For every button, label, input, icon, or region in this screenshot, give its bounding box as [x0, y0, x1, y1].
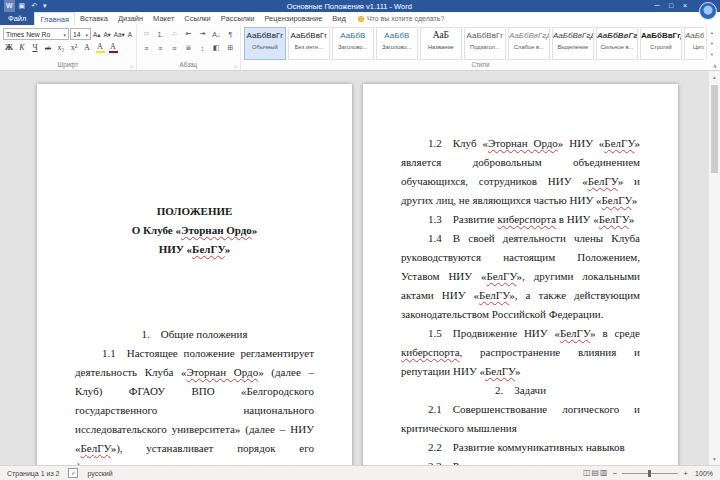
tab-file[interactable]: Файл — [0, 12, 34, 25]
bullet-list-button[interactable]: ∷ — [140, 28, 153, 41]
misspelled-word: киберспорта — [401, 346, 460, 358]
minimize-button[interactable]: ─ — [650, 0, 664, 12]
underline-button[interactable]: Ч — [29, 42, 41, 55]
misspelled-word: Эторнан Ордо — [488, 137, 558, 149]
bold-button[interactable]: Ж — [3, 42, 15, 55]
paragraph: 1.2 Клуб «Эторнан Ордо» НИУ «БелГУ» явля… — [401, 134, 640, 210]
glyph: ▾ — [43, 2, 47, 9]
account-avatar[interactable] — [699, 2, 717, 20]
print-layout-button[interactable]: ▤ — [592, 468, 600, 478]
zoom-in-button[interactable]: + — [683, 469, 688, 478]
subscript-button[interactable]: x₂ — [55, 42, 67, 55]
language-indicator[interactable]: русский — [87, 470, 112, 477]
scroll-up-icon[interactable]: ▴ — [709, 71, 720, 83]
strikethrough-button[interactable]: ab — [42, 42, 54, 55]
style-card[interactable]: АаБбВЗаголово... — [332, 27, 374, 60]
style-card[interactable]: АаБбВвГгПодзагол... — [464, 27, 506, 60]
spellcheck-icon[interactable]: ✓ — [68, 468, 78, 478]
align-center-button[interactable]: ≡ — [154, 42, 167, 55]
maximize-button[interactable]: □ — [664, 0, 678, 12]
paragraph: 1. Общие положения — [75, 325, 314, 344]
style-card[interactable]: АаБбВвГгДСлабое в... — [508, 27, 550, 60]
zoom-level[interactable]: 100% — [693, 470, 713, 477]
save-icon[interactable]: ▣ — [17, 0, 28, 12]
scrollbar-thumb[interactable] — [711, 85, 718, 173]
sort-button[interactable]: А↓ — [210, 28, 223, 41]
style-card[interactable]: АаБбВвГгБез инте... — [288, 27, 330, 60]
page-1[interactable]: ПОЛОЖЕНИЕО Клубе «Эторнан Ордо»НИУ «БелГ… — [37, 84, 352, 465]
multilevel-list-button[interactable]: ∴ — [168, 28, 181, 41]
scroll-down-icon[interactable]: ▾ — [709, 453, 720, 465]
tab-рассылки[interactable]: Рассылки — [216, 12, 260, 25]
borders-button[interactable]: ⊞ — [224, 42, 237, 55]
ribbon-tab-row: Файл ГлавнаяВставкаДизайнМакетСсылкиРасс… — [0, 12, 720, 25]
paragraph-dialog-launcher-icon[interactable]: ⌟ — [234, 63, 237, 68]
tab-макет[interactable]: Макет — [148, 12, 179, 25]
italic-button[interactable]: К — [16, 42, 28, 55]
glyph: □ — [669, 2, 673, 9]
glyph: А▾ — [103, 31, 110, 38]
misspelled-word: Эторнан Ордо — [181, 224, 252, 236]
gallery-up-icon[interactable]: ▴ — [707, 27, 717, 38]
text-run: » НИУ « — [558, 137, 605, 149]
close-button[interactable]: × — [678, 0, 692, 12]
vertical-scrollbar[interactable]: ▴ ▾ — [708, 71, 720, 465]
align-left-button[interactable]: ≡ — [140, 42, 153, 55]
style-card[interactable]: АаБбВвГгДСильное в... — [596, 27, 638, 60]
superscript-button[interactable]: x² — [68, 42, 80, 55]
tab-рецензирование[interactable]: Рецензирование — [259, 12, 327, 25]
change-case-button[interactable]: Аа▾ — [113, 28, 126, 40]
page-2[interactable]: 1.2 Клуб «Эторнан Ордо» НИУ «БелГУ» явля… — [363, 84, 678, 465]
collapse-ribbon-icon[interactable]: ∧ — [713, 62, 717, 69]
tab-ссылки[interactable]: Ссылки — [179, 12, 215, 25]
read-mode-button[interactable]: ◫ — [583, 468, 591, 478]
clear-formatting-button[interactable]: А — [127, 28, 133, 40]
gallery-more-icon[interactable]: ▾ — [707, 49, 717, 60]
grow-font-button[interactable]: А▴ — [92, 28, 101, 40]
tab-вид[interactable]: Вид — [327, 12, 351, 25]
zoom-out-button[interactable]: − — [613, 469, 618, 478]
chevron-down-icon — [61, 31, 66, 38]
style-card[interactable]: АаБбВЗаголово... — [376, 27, 418, 60]
gallery-down-icon[interactable]: ▾ — [707, 38, 717, 49]
zoom-slider-thumb[interactable] — [648, 470, 651, 477]
font-name-combo[interactable]: Times New Ro — [3, 28, 69, 40]
justify-button[interactable]: ≣ — [182, 42, 195, 55]
numbered-list-button[interactable]: 1. — [154, 28, 167, 41]
increase-indent-button[interactable]: ⇥ — [196, 28, 209, 41]
font-group-label: Шрифт ⌟ — [3, 60, 133, 70]
style-card[interactable]: АаБНазвание — [420, 27, 462, 60]
glyph: x² — [71, 44, 77, 52]
glyph: ◧ — [213, 44, 220, 52]
font-color-button[interactable]: А — [107, 42, 119, 55]
decrease-indent-button[interactable]: ⇤ — [182, 28, 195, 41]
style-card[interactable]: АаБбВвГгОбычный — [244, 27, 286, 60]
style-card[interactable]: АаБбВвГгДЦитата 2 — [684, 27, 704, 60]
style-card[interactable]: АаБбВвГгДВыделение — [552, 27, 594, 60]
align-right-button[interactable]: ≡ — [168, 42, 181, 55]
font-size-combo[interactable]: 14 — [70, 28, 91, 40]
web-layout-button[interactable]: ▥ — [600, 468, 608, 478]
tab-дизайн[interactable]: Дизайн — [113, 12, 148, 25]
page-indicator[interactable]: Страница 1 из 2 — [7, 470, 59, 477]
qat-menu-icon[interactable]: ▾ — [41, 0, 49, 12]
style-card[interactable]: АаБбВвГгДСтрогий — [640, 27, 682, 60]
shrink-font-button[interactable]: А▾ — [102, 28, 111, 40]
tab-вставка[interactable]: Вставка — [75, 12, 113, 25]
zoom-slider[interactable] — [622, 473, 678, 474]
style-name: Строгий — [641, 44, 681, 50]
text-run: 1. Общие положения — [142, 328, 248, 340]
text-run: » — [225, 243, 231, 255]
tell-me-search[interactable]: Что вы хотите сделать? — [351, 12, 451, 25]
tab-главная[interactable]: Главная — [34, 12, 75, 25]
text-run: 2.1 Совершенствование логического и крит… — [401, 403, 640, 434]
font-dialog-launcher-icon[interactable]: ⌟ — [130, 63, 133, 68]
line-spacing-button[interactable]: ↕ — [196, 42, 209, 55]
highlight-button[interactable]: А — [94, 42, 106, 55]
undo-icon[interactable]: ↶ — [29, 0, 39, 12]
text-run: 2.3 Расширение кругозора — [428, 460, 559, 465]
paragraph-marks-button[interactable]: ¶ — [224, 28, 237, 41]
shading-button[interactable]: ◧ — [210, 42, 223, 55]
text-effects-button[interactable]: А — [81, 42, 93, 55]
paragraph: 2. Задачи — [401, 381, 640, 400]
